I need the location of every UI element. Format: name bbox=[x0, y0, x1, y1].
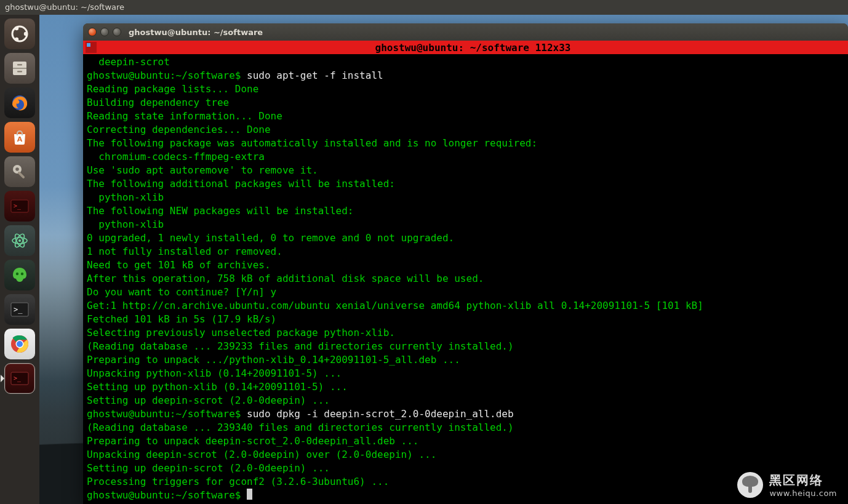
window-maximize-button[interactable] bbox=[113, 28, 121, 36]
terminal-line: chromium-codecs-ffmpeg-extra bbox=[87, 150, 844, 164]
terminal-line: Correcting dependencies... Done bbox=[87, 123, 844, 137]
terminal-line: Selecting previously unselected package … bbox=[87, 326, 844, 340]
terminal-line: ghostwu@ubuntu:~/software$ sudo apt-get … bbox=[87, 69, 844, 82]
svg-text:>_: >_ bbox=[14, 305, 23, 314]
svg-point-18 bbox=[18, 239, 21, 242]
watermark-line2: www.heiqu.com bbox=[769, 489, 837, 498]
wrench-gear-icon bbox=[10, 162, 29, 181]
terminal-line: python-xlib bbox=[87, 218, 844, 231]
terminal-window: ghostwu@ubuntu: ~/software ghostwu@ubunt… bbox=[83, 23, 848, 504]
launcher-dash[interactable] bbox=[4, 18, 35, 49]
launcher-firefox[interactable] bbox=[4, 87, 35, 118]
terminal-line: Building dependency tree bbox=[87, 96, 844, 110]
launcher-terminal-red[interactable]: >_ bbox=[4, 191, 35, 222]
svg-rect-5 bbox=[13, 68, 26, 69]
svg-point-25 bbox=[17, 341, 23, 347]
terminal-red-icon: >_ bbox=[10, 199, 29, 213]
svg-point-3 bbox=[15, 38, 18, 41]
terminal-output[interactable]: deepin-scrotghostwu@ubuntu:~/software$ s… bbox=[83, 54, 848, 504]
atom-icon bbox=[10, 231, 30, 250]
file-cabinet-icon bbox=[10, 59, 29, 78]
terminal-line: ghostwu@ubuntu:~/software$ sudo dpkg -i … bbox=[87, 407, 844, 421]
terminal-line: Get:1 http://cn.archive.ubuntu.com/ubunt… bbox=[87, 299, 844, 313]
terminal-line: Unpacking python-xlib (0.14+20091101-5) … bbox=[87, 367, 844, 380]
terminal-line: deepin-scrot bbox=[87, 55, 844, 69]
terminal-line: 0 upgraded, 1 newly installed, 0 to remo… bbox=[87, 231, 844, 245]
terminal-line: The following NEW packages will be insta… bbox=[87, 204, 844, 218]
watermark-line1: 黑区网络 bbox=[769, 472, 837, 489]
terminal-cursor bbox=[247, 489, 252, 500]
window-close-button[interactable] bbox=[88, 28, 97, 36]
svg-rect-7 bbox=[17, 71, 22, 73]
launcher-terminal-active[interactable]: >_ bbox=[4, 363, 35, 394]
terminal-line: (Reading database ... 239340 files and d… bbox=[87, 421, 844, 434]
terminal-line: The following package was automatically … bbox=[87, 137, 844, 150]
window-titlebar[interactable]: ghostwu@ubuntu: ~/software bbox=[83, 23, 848, 41]
top-panel-title: ghostwu@ubuntu: ~/software bbox=[5, 2, 124, 12]
svg-point-2 bbox=[15, 26, 18, 30]
launcher-software-center[interactable]: A bbox=[4, 122, 35, 153]
window-title: ghostwu@ubuntu: ~/software bbox=[129, 28, 263, 37]
terminal-line: Need to get 101 kB of archives. bbox=[87, 258, 844, 272]
launcher-files[interactable] bbox=[4, 53, 35, 84]
firefox-icon bbox=[10, 93, 30, 113]
svg-point-19 bbox=[16, 273, 18, 275]
terminal-line: Preparing to unpack .../python-xlib_0.14… bbox=[87, 353, 844, 367]
launcher-settings[interactable] bbox=[4, 156, 35, 187]
launcher-navicat[interactable] bbox=[4, 260, 35, 290]
watermark: 黑区网络 www.heiqu.com bbox=[737, 472, 837, 498]
terminal-icon: >_ bbox=[10, 302, 29, 317]
svg-text:>_: >_ bbox=[14, 202, 22, 210]
terminal-line: Unpacking deepin-scrot (2.0-0deepin) ove… bbox=[87, 448, 844, 462]
watermark-logo-icon bbox=[737, 472, 763, 498]
terminal-line: (Reading database ... 239233 files and d… bbox=[87, 340, 844, 353]
terminal-line: python-xlib bbox=[87, 191, 844, 204]
byobu-status-bar: ghostwu@ubuntu: ~/software 112x33 bbox=[83, 41, 848, 54]
navicat-icon bbox=[10, 266, 29, 284]
window-minimize-button[interactable] bbox=[100, 28, 109, 36]
terminal-line: After this operation, 758 kB of addition… bbox=[87, 272, 844, 286]
svg-rect-6 bbox=[17, 64, 22, 66]
watermark-text: 黑区网络 www.heiqu.com bbox=[769, 472, 837, 498]
terminal-line: The following additional packages will b… bbox=[87, 177, 844, 191]
svg-point-11 bbox=[15, 167, 19, 171]
launcher-chrome[interactable] bbox=[4, 329, 35, 359]
shopping-bag-icon: A bbox=[11, 129, 28, 146]
terminal-line: Use 'sudo apt autoremove' to remove it. bbox=[87, 164, 844, 177]
ubuntu-dash-icon bbox=[10, 25, 29, 43]
terminal-line: 1 not fully installed or removed. bbox=[87, 245, 844, 258]
terminal-red2-icon: >_ bbox=[10, 372, 29, 385]
terminal-line: Processing triggers for gconf2 (3.2.6-3u… bbox=[87, 475, 844, 489]
terminal-line: Reading package lists... Done bbox=[87, 82, 844, 96]
byobu-status-text: ghostwu@ubuntu: ~/software 112x33 bbox=[100, 42, 846, 54]
terminal-line: Setting up python-xlib (0.14+20091101-5)… bbox=[87, 380, 844, 394]
terminal-line: Do you want to continue? [Y/n] y bbox=[87, 286, 844, 299]
terminal-line: Setting up deepin-scrot (2.0-0deepin) ..… bbox=[87, 462, 844, 475]
svg-rect-12 bbox=[17, 171, 25, 179]
desktop-top-panel: ghostwu@ubuntu: ~/software bbox=[0, 0, 848, 15]
unity-launcher: A >_ >_ >_ bbox=[0, 15, 39, 504]
svg-text:A: A bbox=[17, 135, 23, 143]
svg-text:>_: >_ bbox=[14, 375, 22, 382]
terminal-line: Fetched 101 kB in 5s (17.9 kB/s) bbox=[87, 313, 844, 326]
svg-point-1 bbox=[24, 32, 28, 36]
svg-point-20 bbox=[21, 273, 23, 275]
chrome-icon bbox=[10, 334, 30, 354]
terminal-line: Preparing to unpack deepin-scrot_2.0-0de… bbox=[87, 434, 844, 448]
launcher-atom[interactable] bbox=[4, 225, 35, 256]
terminal-line: Reading state information... Done bbox=[87, 110, 844, 123]
terminal-line: ghostwu@ubuntu:~/software$ bbox=[87, 489, 844, 502]
byobu-logo-icon bbox=[86, 42, 97, 53]
terminal-line: Setting up deepin-scrot (2.0-0deepin) ..… bbox=[87, 394, 844, 407]
launcher-terminal[interactable]: >_ bbox=[4, 294, 35, 325]
